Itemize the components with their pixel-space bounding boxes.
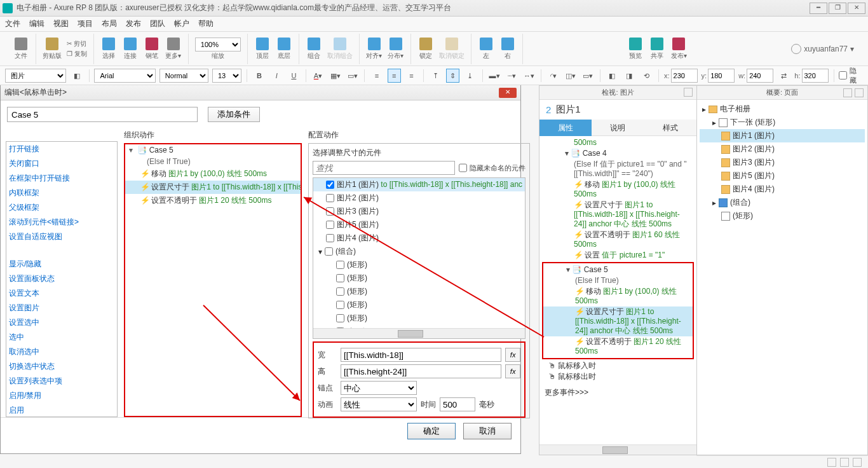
outline-item[interactable]: (矩形) (700, 209, 865, 223)
dialog-close-button[interactable]: ✕ (499, 88, 517, 98)
tab-properties[interactable]: 属性 (539, 120, 592, 136)
rotate-button[interactable]: ⟲ (640, 69, 653, 83)
copy-tool[interactable]: ❐ 复制 (67, 50, 87, 59)
width-fx-button[interactable]: fx (505, 348, 520, 362)
flip-h-button[interactable]: ◧ (605, 69, 618, 83)
weight-select[interactable]: Normal (159, 69, 208, 83)
preview-tool[interactable]: 预览 (627, 38, 644, 60)
menu-project[interactable]: 项目 (78, 18, 93, 29)
back-tool[interactable]: 底层 (276, 38, 292, 60)
menu-help[interactable]: 帮助 (198, 18, 214, 29)
outline-item[interactable]: 图片4 (图片) (700, 182, 865, 196)
add-condition-button[interactable]: 添加条件 (208, 107, 260, 122)
close-button[interactable]: ✕ (848, 3, 865, 14)
tab-notes[interactable]: 说明 (592, 120, 644, 136)
menu-publish[interactable]: 发布 (126, 18, 141, 29)
align-right-button[interactable]: ≡ (405, 69, 418, 83)
y-input[interactable] (708, 69, 735, 83)
action-link[interactable]: 打开链接 (6, 142, 117, 156)
menu-edit[interactable]: 编辑 (29, 18, 44, 29)
action-link[interactable]: 设置文本 (6, 286, 117, 301)
action-link[interactable]: 设置选中 (6, 315, 117, 330)
shape-color-icon[interactable]: ◧ (70, 69, 83, 83)
action-link[interactable]: 设置自适应视图 (6, 230, 117, 244)
font-select[interactable]: Arial (94, 69, 155, 83)
font-color-button[interactable]: A▾ (311, 69, 325, 83)
more-events-link[interactable]: 更多事件>>> (542, 386, 694, 399)
action-link[interactable]: 启用 (6, 403, 117, 417)
height-fx-button[interactable]: fx (505, 364, 520, 378)
anim-select[interactable]: 线性 (341, 397, 417, 411)
menu-team[interactable]: 团队 (150, 18, 165, 29)
align-left-button[interactable]: ≡ (370, 69, 383, 83)
valign-middle-button[interactable]: ⇕ (446, 69, 459, 83)
arrow-button[interactable]: ↔▾ (522, 69, 536, 83)
widget-item[interactable]: 图片3 (图片) (313, 205, 525, 218)
underline-button[interactable]: U (287, 69, 301, 83)
action-category-list[interactable]: 打开链接关闭窗口在框架中打开链接内联框架父级框架滚动到元件<错链接>设置自适应视… (6, 141, 118, 417)
connect-tool[interactable]: 连接 (122, 38, 139, 60)
outline-tree[interactable]: ▸电子相册 ▸下一张 (矩形)图片1 (图片)图片2 (图片)图片3 (图片)图… (697, 100, 867, 225)
widget-item[interactable]: (矩形) (313, 272, 525, 285)
bold-button[interactable]: B (252, 69, 266, 83)
menu-view[interactable]: 视图 (53, 18, 69, 29)
valign-top-button[interactable]: ⤒ (429, 69, 442, 83)
menu-account[interactable]: 帐户 (174, 18, 189, 29)
menu-file[interactable]: 文件 (5, 18, 20, 29)
widget-item[interactable]: 图片2 (图片) (313, 191, 525, 205)
height-input[interactable] (341, 364, 501, 378)
inspect-body[interactable]: 500ms ▾ 📑 Case 4 (Else If 值于 picture1 ==… (539, 136, 696, 444)
front-tool[interactable]: 顶层 (254, 38, 271, 60)
hide-unnamed-checkbox[interactable]: 隐藏未命名的元件 (459, 161, 526, 175)
h-input[interactable] (802, 69, 829, 83)
select-tool[interactable]: 选择 (100, 38, 117, 60)
action-link[interactable]: 设置面板状态 (6, 272, 117, 286)
shape-select[interactable]: 图片 (5, 69, 66, 83)
action-link[interactable]: 关闭窗口 (6, 156, 117, 171)
widget-item[interactable]: 图片5 (图片) (313, 218, 525, 231)
border-style-button[interactable]: ┈▾ (505, 69, 519, 83)
lock-ratio-icon[interactable]: ⇄ (777, 69, 790, 83)
time-input[interactable] (440, 397, 475, 411)
statusbar-icon-1[interactable] (827, 458, 836, 467)
left-tool[interactable]: 左 (478, 38, 494, 60)
outline-item[interactable]: ▸下一张 (矩形) (700, 116, 865, 129)
action-link[interactable]: 内联框架 (6, 186, 117, 200)
border-color-button[interactable]: ▭▾ (346, 69, 359, 83)
w-input[interactable] (747, 69, 773, 83)
action-link[interactable]: 启用/禁用 (6, 389, 117, 403)
widget-list[interactable]: 图片1 (图片) to [[This.width-18]] x [[This.h… (313, 177, 526, 339)
distribute-tool[interactable]: 分布▾ (388, 38, 404, 60)
action-link[interactable]: 在框架中打开链接 (6, 171, 117, 186)
widget-item[interactable]: 图片1 (图片) to [[This.width-18]] x [[This.h… (313, 178, 525, 191)
align-center-button[interactable]: ≡ (388, 69, 401, 83)
size-select[interactable]: 13 (212, 69, 241, 83)
action-link[interactable]: 设置图片 (6, 301, 117, 315)
ungroup-tool[interactable]: 取消组合 (327, 38, 353, 60)
unlock-tool[interactable]: 取消锁定 (439, 38, 465, 60)
anchor-select[interactable]: 中心 (341, 381, 417, 395)
more-tool[interactable]: 更多▾ (165, 38, 182, 60)
group-tool[interactable]: 组合 (306, 38, 322, 60)
visibility-edge-button[interactable]: ▭▾ (581, 69, 594, 83)
paste-tool[interactable]: 剪贴版 (43, 38, 62, 60)
panel-collapse-icon[interactable] (684, 88, 693, 97)
sort-icon[interactable] (855, 88, 864, 97)
cancel-button[interactable]: 取消 (463, 423, 512, 439)
shadow-button[interactable]: ◫▾ (564, 69, 577, 83)
fill-color-button[interactable]: ▦▾ (329, 69, 342, 83)
valign-bottom-button[interactable]: ⤓ (463, 69, 477, 83)
x-input[interactable] (671, 69, 698, 83)
ok-button[interactable]: 确定 (407, 423, 456, 439)
widget-item[interactable]: (矩形) (313, 285, 525, 298)
action-link[interactable]: 显示/隐藏 (6, 257, 117, 272)
statusbar-icon-2[interactable] (840, 458, 849, 467)
statusbar-icon-3[interactable] (853, 458, 862, 467)
right-tool[interactable]: 右 (499, 38, 516, 60)
widget-item[interactable]: (矩形) (313, 298, 525, 312)
action-link[interactable]: 取消选中 (6, 345, 117, 359)
action-tree[interactable]: ▾ 📑 Case 5 (Else If True) ⚡移动 图片1 by (10… (124, 143, 302, 417)
case-name-input[interactable] (7, 107, 198, 122)
outline-item[interactable]: 图片2 (图片) (700, 142, 865, 156)
file-tool[interactable]: 文件 (13, 38, 29, 60)
